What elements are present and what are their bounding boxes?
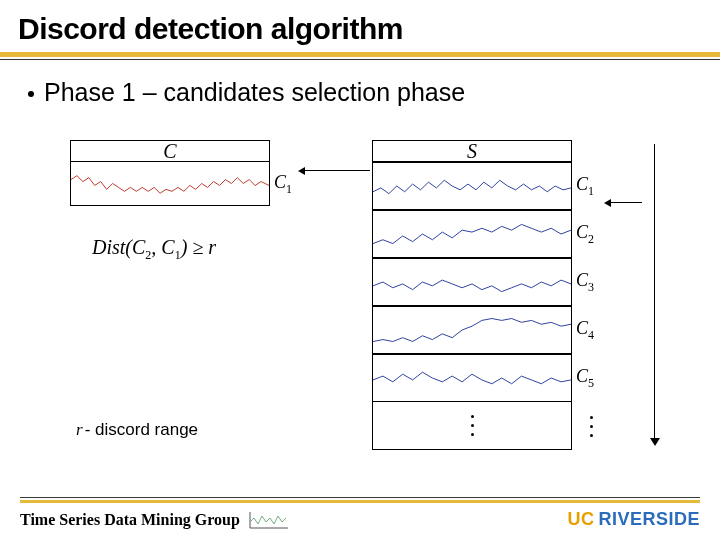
c-row-label: C1 (274, 172, 292, 197)
university-logo: UCRIVERSIDE (567, 509, 700, 530)
slide: Discord detection algorithm Phase 1 – ca… (0, 0, 720, 540)
waveform-icon (373, 211, 571, 257)
waveform-icon (71, 162, 269, 205)
mini-waveform-icon (246, 510, 290, 530)
formula-arg1-sub: 2 (145, 248, 151, 262)
label-var: C (576, 222, 588, 242)
vertical-ellipsis-icon (372, 402, 572, 450)
waveform-icon (373, 355, 571, 401)
c-row: C1 (70, 162, 292, 206)
s-row-ellipsis (372, 402, 594, 450)
logo-uc: UC (567, 509, 594, 530)
label-sub: 4 (588, 327, 594, 341)
s-plot (372, 162, 572, 210)
waveform-icon (373, 259, 571, 305)
arrow-left-icon (300, 170, 370, 171)
s-row-label: C5 (576, 366, 594, 391)
title-region: Discord detection algorithm (0, 0, 720, 52)
s-row: C3 (372, 258, 594, 306)
s-row: C2 (372, 210, 594, 258)
footer-rule (20, 497, 700, 498)
s-row: C1 (372, 162, 594, 210)
content: Phase 1 – candidates selection phase (0, 60, 720, 107)
s-plot (372, 258, 572, 306)
formula-func: Dist (92, 236, 125, 258)
waveform-icon (373, 307, 571, 353)
rule-gold (0, 52, 720, 57)
s-plot (372, 210, 572, 258)
legend-var: r (76, 420, 83, 439)
formula-arg2-var: C (161, 236, 174, 258)
s-row-label: C4 (576, 318, 594, 343)
s-row-label: C2 (576, 222, 594, 247)
vertical-ellipsis-icon (590, 416, 593, 437)
s-row-label: C3 (576, 270, 594, 295)
s-plot (372, 354, 572, 402)
bullet-dot-icon (28, 91, 34, 97)
r-legend: r- discord range (76, 420, 198, 440)
label-var: C (274, 172, 286, 192)
formula-op: ≥ (192, 236, 203, 258)
bullet-item: Phase 1 – candidates selection phase (24, 78, 696, 107)
c-header: C (70, 140, 270, 162)
footer: Time Series Data Mining Group UCRIVERSID… (0, 497, 720, 540)
s-row: C5 (372, 354, 594, 402)
waveform-icon (373, 163, 571, 209)
logo-riverside: RIVERSIDE (598, 509, 700, 530)
arrow-down-icon (654, 144, 655, 444)
label-var: C (576, 318, 588, 338)
label-sub: 1 (588, 183, 594, 197)
arrow-pointer-icon (606, 202, 642, 203)
footer-group-text: Time Series Data Mining Group (20, 511, 240, 529)
distance-formula: Dist(C2, C1) ≥ r (92, 236, 216, 263)
label-sub: 1 (286, 181, 292, 195)
footer-group: Time Series Data Mining Group (20, 510, 290, 530)
s-plot (372, 306, 572, 354)
s-row-label: C1 (576, 174, 594, 199)
formula-rhs: r (208, 236, 216, 258)
label-var: C (576, 366, 588, 386)
bullet-text: Phase 1 – candidates selection phase (44, 78, 465, 107)
legend-text: discord range (95, 420, 198, 439)
legend-dash: - (85, 420, 91, 439)
formula-arg2-sub: 1 (175, 248, 181, 262)
label-var: C (576, 174, 588, 194)
s-header: S (372, 140, 572, 162)
footer-bar: Time Series Data Mining Group UCRIVERSID… (0, 503, 720, 540)
c-plot-1 (70, 162, 270, 206)
label-sub: 2 (588, 231, 594, 245)
page-title: Discord detection algorithm (18, 12, 702, 46)
label-var: C (576, 270, 588, 290)
diagram: C C1 Dist(C2, C1) ≥ r r- discord range S (0, 120, 720, 480)
s-panel: S C1 C2 C3 (372, 140, 594, 450)
formula-arg1-var: C (132, 236, 145, 258)
s-row: C4 (372, 306, 594, 354)
label-sub: 3 (588, 279, 594, 293)
c-panel: C C1 (70, 140, 292, 206)
label-sub: 5 (588, 375, 594, 389)
